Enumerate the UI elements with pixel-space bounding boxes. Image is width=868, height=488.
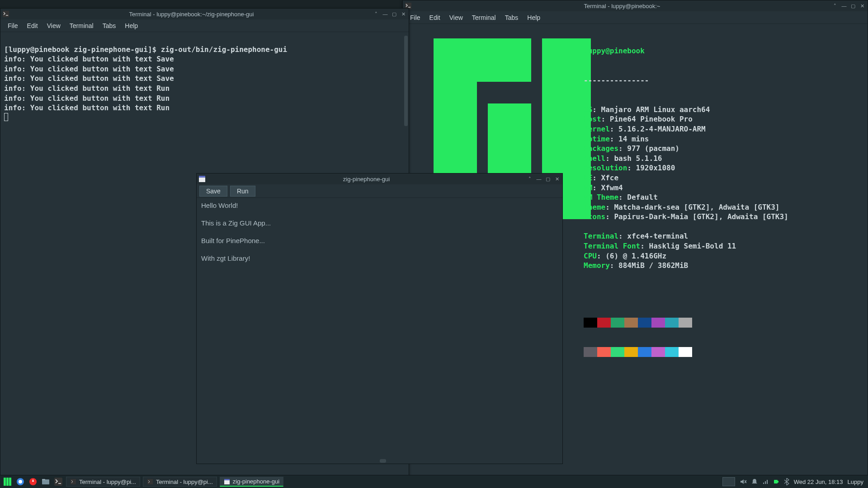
scrollbar-vertical[interactable] xyxy=(404,36,408,126)
files-icon[interactable] xyxy=(41,477,51,487)
color-swatch xyxy=(638,347,651,357)
volume-muted-icon[interactable] xyxy=(740,478,747,485)
task-label: Terminal - luppy@pi... xyxy=(156,479,213,485)
workspace-switcher[interactable] xyxy=(718,477,735,486)
app-menu-icon[interactable] xyxy=(3,477,13,487)
command: zig-out/bin/zig-pinephone-gui xyxy=(161,45,287,54)
system-tray: Wed 22 Jun, 18:13 Luppy xyxy=(713,477,865,486)
terminal-icon[interactable] xyxy=(53,477,63,487)
close-button[interactable]: ✕ xyxy=(553,175,561,183)
browser-icon[interactable] xyxy=(15,477,25,487)
titlebar[interactable]: Terminal - luppy@pinebook:~/zig-pinephon… xyxy=(0,9,409,19)
color-swatch xyxy=(679,347,692,357)
rollup-button[interactable]: ˄ xyxy=(831,2,839,9)
menu-view[interactable]: View xyxy=(42,21,65,31)
neofetch-row: DE: Xfce xyxy=(584,173,788,183)
maximize-button[interactable]: ▢ xyxy=(391,10,398,18)
run-button[interactable]: Run xyxy=(230,186,255,197)
neofetch-row: WM: Xfwm4 xyxy=(584,183,788,193)
neofetch-row: Host: Pine64 Pinebook Pro xyxy=(584,114,788,124)
svg-rect-8 xyxy=(4,478,6,486)
menu-tabs[interactable]: Tabs xyxy=(500,13,523,23)
svg-rect-23 xyxy=(765,481,766,484)
clock[interactable]: Wed 22 Jun, 18:13 xyxy=(794,479,843,485)
neofetch-row: CPU: (6) @ 1.416GHz xyxy=(584,251,788,261)
output-line: info: You clicked button with text Save xyxy=(4,74,174,83)
prompt: [luppy@pinebook zig-pinephone-gui]$ xyxy=(4,45,161,54)
text-line: With zgt Library! xyxy=(201,253,558,263)
battery-icon[interactable] xyxy=(773,479,779,485)
neofetch-row: Terminal Font: Hasklig Semi-Bold 11 xyxy=(584,241,788,251)
color-swatch xyxy=(584,318,597,328)
menu-edit[interactable]: Edit xyxy=(425,13,445,23)
titlebar[interactable]: Terminal - luppy@pinebook:~ ˄ — ▢ ✕ xyxy=(403,0,868,11)
menu-help[interactable]: Help xyxy=(120,21,142,31)
window-title: zig-pinephone-gui xyxy=(208,176,524,183)
menu-help[interactable]: Help xyxy=(523,13,545,23)
window-title: Terminal - luppy@pinebook:~/zig-pinephon… xyxy=(12,11,371,18)
neofetch-row: WM Theme: Default xyxy=(584,192,788,202)
taskbar: Terminal - luppy@pi... Terminal - luppy@… xyxy=(0,475,868,488)
close-button[interactable]: ✕ xyxy=(400,10,407,18)
neofetch-row: Memory: 884MiB / 3862MiB xyxy=(584,261,788,271)
svg-rect-26 xyxy=(778,481,778,483)
menu-terminal[interactable]: Terminal xyxy=(467,13,500,23)
app-content: Hello World! This is a Zig GUI App... Bu… xyxy=(197,198,562,274)
titlebar[interactable]: zig-pinephone-gui ˄ — ▢ ✕ xyxy=(197,174,562,184)
menu-file[interactable]: File xyxy=(3,21,23,31)
color-swatch xyxy=(679,318,692,328)
color-swatch xyxy=(611,318,624,328)
color-swatch xyxy=(651,318,665,328)
browser2-icon[interactable] xyxy=(28,477,38,487)
network-icon[interactable] xyxy=(762,479,769,485)
color-swatch xyxy=(638,318,651,328)
neofetch-row: Terminal: xfce4-terminal xyxy=(584,231,788,241)
save-button[interactable]: Save xyxy=(199,186,227,197)
rollup-button[interactable]: ˄ xyxy=(526,175,533,183)
output-line: info: You clicked button with text Run xyxy=(4,94,170,103)
cursor xyxy=(4,113,8,121)
bluetooth-icon[interactable] xyxy=(784,478,789,485)
color-swatch xyxy=(611,347,624,357)
rollup-button[interactable]: ˄ xyxy=(373,10,380,18)
svg-rect-16 xyxy=(42,479,45,480)
svg-point-13 xyxy=(19,480,22,483)
svg-rect-19 xyxy=(147,479,153,484)
notifications-icon[interactable] xyxy=(751,479,758,485)
taskbar-button[interactable]: zig-pinephone-gui xyxy=(220,477,283,487)
output-line: info: You clicked button with text Save xyxy=(4,65,174,73)
minimize-button[interactable]: — xyxy=(535,175,542,183)
user-name[interactable]: Luppy xyxy=(848,479,863,485)
menu-view[interactable]: View xyxy=(445,13,467,23)
svg-rect-25 xyxy=(774,480,778,483)
minimize-button[interactable]: — xyxy=(382,10,389,18)
color-swatch xyxy=(584,347,597,357)
color-swatch xyxy=(597,347,611,357)
maximize-button[interactable]: ▢ xyxy=(544,175,552,183)
app-icon xyxy=(198,175,206,183)
terminal-icon xyxy=(2,10,9,18)
window-title: Terminal - luppy@pinebook:~ xyxy=(415,3,830,9)
taskbar-button[interactable]: Terminal - luppy@pi... xyxy=(143,477,217,487)
svg-rect-21 xyxy=(224,479,230,480)
neofetch-row: Icons: Papirus-Dark-Maia [GTK2], Adwaita… xyxy=(584,212,788,222)
svg-rect-5 xyxy=(3,11,9,17)
menu-tabs[interactable]: Tabs xyxy=(98,21,121,31)
close-button[interactable]: ✕ xyxy=(859,2,866,9)
neofetch-row xyxy=(584,222,788,232)
scrollbar-horizontal[interactable] xyxy=(380,459,386,463)
menu-edit[interactable]: Edit xyxy=(23,21,42,31)
terminal-icon xyxy=(147,479,153,485)
taskbar-button[interactable]: Terminal - luppy@pi... xyxy=(66,477,140,487)
svg-rect-17 xyxy=(54,478,62,486)
neofetch-info: luppy@pinebook --------------- OS: Manja… xyxy=(584,27,788,377)
maximize-button[interactable]: ▢ xyxy=(849,2,857,9)
task-label: zig-pinephone-gui xyxy=(233,478,279,485)
gui-app-window[interactable]: zig-pinephone-gui ˄ — ▢ ✕ Save Run Hello… xyxy=(196,173,563,464)
neofetch-row: Resolution: 868x488 xyxy=(584,163,788,173)
output-line: info: You clicked button with text Run xyxy=(4,103,170,112)
svg-rect-11 xyxy=(9,478,11,486)
menu-terminal[interactable]: Terminal xyxy=(65,21,98,31)
minimize-button[interactable]: — xyxy=(840,2,848,9)
output-line: info: You clicked button with text Run xyxy=(4,84,170,93)
